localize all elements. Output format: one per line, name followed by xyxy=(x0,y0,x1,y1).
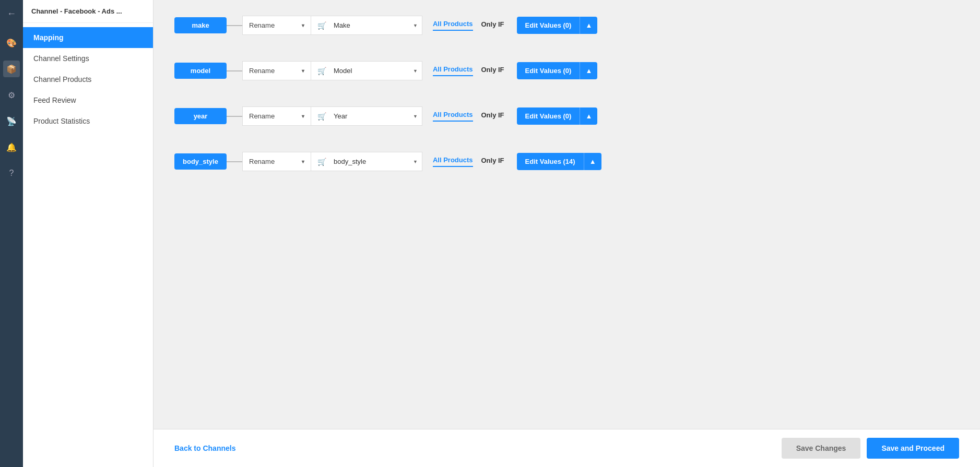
action-select-wrapper-model: Rename Static Value Assign Remove ▼ xyxy=(243,62,311,80)
mapping-controls-body-style: Rename Static Value Assign Remove ▼ 🛒 bo… xyxy=(242,152,422,171)
mapping-row-make: make Rename Static Value Assign Remove ▼… xyxy=(174,16,959,35)
mapping-controls-model: Rename Static Value Assign Remove ▼ 🛒 Mo… xyxy=(242,61,422,80)
all-products-tab-model[interactable]: All Products xyxy=(433,65,473,76)
bell-icon[interactable]: 🔔 xyxy=(3,139,20,155)
connector-line xyxy=(227,161,242,162)
save-proceed-button[interactable]: Save and Proceed xyxy=(867,438,959,459)
edit-values-button-body-style[interactable]: Edit Values (14) xyxy=(517,153,584,170)
field-select-model[interactable]: Model Make Year body_style xyxy=(329,62,413,80)
products-filter-model: All Products Only IF xyxy=(433,65,504,76)
action-select-wrapper-year: Rename Static Value Assign Remove ▼ xyxy=(243,107,311,125)
main: make Rename Static Value Assign Remove ▼… xyxy=(154,0,980,467)
expand-button-make[interactable]: ▲ xyxy=(580,17,597,34)
box-icon[interactable]: 📦 xyxy=(3,61,20,77)
back-to-channels-link[interactable]: Back to Channels xyxy=(174,444,235,452)
mapping-row-year: year Rename Static Value Assign Remove ▼… xyxy=(174,106,959,126)
collapse-icon[interactable]: ← xyxy=(3,5,20,22)
field-select-make[interactable]: Make Model Year body_style xyxy=(329,16,413,34)
expand-button-year[interactable]: ▲ xyxy=(580,107,597,125)
edit-values-button-model[interactable]: Edit Values (0) xyxy=(517,62,580,79)
cart-icon-model: 🛒 xyxy=(317,67,326,75)
expand-button-body-style[interactable]: ▲ xyxy=(584,153,601,170)
products-filter-make: All Products Only IF xyxy=(433,20,504,31)
mapping-controls-year: Rename Static Value Assign Remove ▼ 🛒 Ye… xyxy=(242,106,422,126)
field-select-wrapper-make: 🛒 Make Model Year body_style ▼ xyxy=(311,16,422,34)
footer: Back to Channels Save Changes Save and P… xyxy=(154,429,980,467)
field-select-wrapper-model: 🛒 Model Make Year body_style ▼ xyxy=(311,62,422,80)
cart-icon-body-style: 🛒 xyxy=(317,158,326,166)
field-select-wrapper-body-style: 🛒 body_style Make Model Year ▼ xyxy=(311,152,422,171)
field-tag-model: model xyxy=(174,63,227,79)
only-if-tab-make[interactable]: Only IF xyxy=(481,20,504,30)
field-tag-make: make xyxy=(174,17,227,33)
broadcast-icon[interactable]: 📡 xyxy=(3,113,20,129)
mapping-row-body-style: body_style Rename Static Value Assign Re… xyxy=(174,152,959,171)
edit-values-button-year[interactable]: Edit Values (0) xyxy=(517,107,580,125)
only-if-tab-body-style[interactable]: Only IF xyxy=(481,157,504,166)
sidebar: Channel - Facebook - Ads ... Mapping Cha… xyxy=(23,0,154,467)
field-select-year[interactable]: Year Make Model body_style xyxy=(329,107,413,125)
all-products-tab-year[interactable]: All Products xyxy=(433,111,473,122)
sidebar-item-product-statistics[interactable]: Product Statistics xyxy=(23,111,153,131)
help-icon[interactable]: ? xyxy=(3,165,20,182)
expand-button-model[interactable]: ▲ xyxy=(580,62,597,79)
products-filter-body-style: All Products Only IF xyxy=(433,156,504,167)
only-if-tab-model[interactable]: Only IF xyxy=(481,66,504,76)
sidebar-item-channel-products[interactable]: Channel Products xyxy=(23,69,153,90)
action-select-wrapper-make: Rename Static Value Assign Remove ▼ xyxy=(243,16,311,34)
field-select-body-style[interactable]: body_style Make Model Year xyxy=(329,152,413,171)
products-filter-year: All Products Only IF xyxy=(433,111,504,122)
save-changes-button[interactable]: Save Changes xyxy=(782,438,861,459)
cart-icon-year: 🛒 xyxy=(317,112,326,121)
gear-icon[interactable]: ⚙ xyxy=(3,87,20,103)
icon-rail: ← 🎨 📦 ⚙ 📡 🔔 ? xyxy=(0,0,23,467)
sidebar-item-feed-review[interactable]: Feed Review xyxy=(23,90,153,111)
field-select-wrapper-year: 🛒 Year Make Model body_style ▼ xyxy=(311,107,422,125)
sidebar-item-mapping[interactable]: Mapping xyxy=(23,27,153,48)
field-tag-year: year xyxy=(174,108,227,124)
cart-icon-make: 🛒 xyxy=(317,21,326,30)
sidebar-header: Channel - Facebook - Ads ... xyxy=(23,0,153,23)
action-select-make[interactable]: Rename Static Value Assign Remove xyxy=(243,16,291,34)
connector-line xyxy=(227,25,242,26)
sidebar-nav: Mapping Channel Settings Channel Product… xyxy=(23,23,153,136)
mapping-row-model: model Rename Static Value Assign Remove … xyxy=(174,61,959,80)
footer-buttons: Save Changes Save and Proceed xyxy=(782,438,959,459)
only-if-tab-year[interactable]: Only IF xyxy=(481,111,504,121)
all-products-tab-body-style[interactable]: All Products xyxy=(433,156,473,167)
all-products-tab-make[interactable]: All Products xyxy=(433,20,473,31)
action-select-wrapper-body-style: Rename Static Value Assign Remove ▼ xyxy=(243,152,311,171)
sidebar-item-channel-settings[interactable]: Channel Settings xyxy=(23,48,153,69)
field-tag-body-style: body_style xyxy=(174,153,227,170)
connector-line xyxy=(227,116,242,117)
palette-icon[interactable]: 🎨 xyxy=(3,34,20,51)
action-select-body-style[interactable]: Rename Static Value Assign Remove xyxy=(243,152,291,171)
mapping-controls-make: Rename Static Value Assign Remove ▼ 🛒 Ma… xyxy=(242,16,422,35)
content-area: make Rename Static Value Assign Remove ▼… xyxy=(154,0,980,429)
connector-line xyxy=(227,70,242,71)
action-select-model[interactable]: Rename Static Value Assign Remove xyxy=(243,62,291,80)
action-select-year[interactable]: Rename Static Value Assign Remove xyxy=(243,107,291,125)
edit-values-button-make[interactable]: Edit Values (0) xyxy=(517,17,580,34)
